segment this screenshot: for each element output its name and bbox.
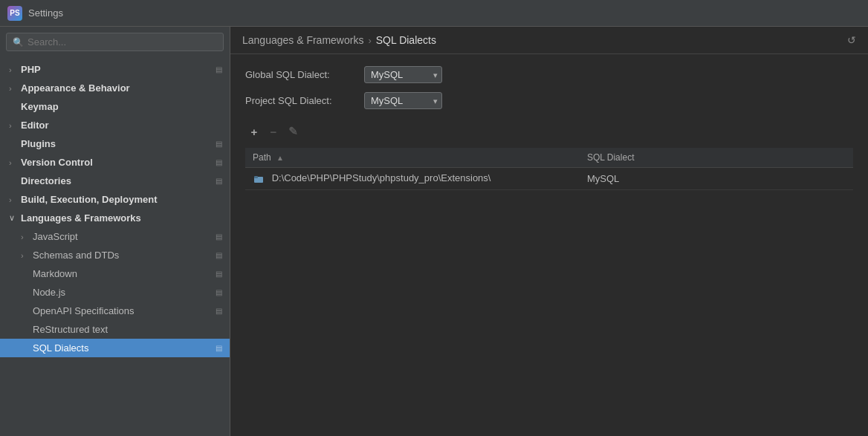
search-box[interactable]: 🔍 bbox=[6, 33, 224, 51]
sidebar-item-appearance[interactable]: › Appearance & Behavior bbox=[0, 79, 230, 97]
project-dialect-row: Project SQL Dialect: MySQL PostgreSQL SQ… bbox=[245, 92, 853, 109]
expand-icon bbox=[9, 177, 18, 186]
sidebar-item-label: Plugins bbox=[21, 138, 213, 149]
sidebar-item-label: Build, Execution, Deployment bbox=[21, 194, 224, 205]
content-area: Languages & Frameworks › SQL Dialects ↺ … bbox=[230, 27, 868, 436]
expand-icon bbox=[9, 140, 18, 149]
sidebar-item-label: SQL Dialects bbox=[33, 342, 213, 354]
expand-icon bbox=[21, 325, 30, 334]
sidebar-item-languages[interactable]: ∨ Languages & Frameworks bbox=[0, 209, 230, 227]
table-cell-dialect: MySQL bbox=[580, 168, 853, 190]
global-dialect-select-wrapper[interactable]: MySQL PostgreSQL SQLite Oracle TSQL bbox=[364, 66, 442, 83]
settings-icon: ▤ bbox=[213, 343, 224, 354]
app-title: Settings bbox=[28, 7, 63, 19]
expand-icon: › bbox=[9, 65, 18, 74]
search-input[interactable] bbox=[27, 36, 217, 48]
expand-icon bbox=[21, 344, 30, 353]
breadcrumb-parent: Languages & Frameworks bbox=[242, 34, 363, 46]
sidebar-item-label: Node.js bbox=[33, 287, 213, 298]
expand-icon: › bbox=[9, 84, 18, 93]
add-path-button[interactable]: + bbox=[245, 123, 263, 140]
path-table: Path ▲ SQL Dialect bbox=[245, 148, 853, 190]
sidebar-item-label: JavaScript bbox=[33, 231, 213, 242]
sidebar-item-javascript[interactable]: › JavaScript ▤ bbox=[0, 227, 230, 246]
settings-icon: ▤ bbox=[213, 65, 224, 75]
settings-content: Global SQL Dialect: MySQL PostgreSQL SQL… bbox=[230, 54, 868, 436]
sidebar-item-label: OpenAPI Specifications bbox=[33, 305, 213, 316]
sidebar-item-keymap[interactable]: Keymap bbox=[0, 97, 230, 116]
sidebar-item-label: Schemas and DTDs bbox=[33, 250, 213, 261]
sidebar: 🔍 › PHP ▤ › Appearance & Behavior Keymap bbox=[0, 27, 230, 436]
column-header-path[interactable]: Path ▲ bbox=[245, 148, 580, 168]
breadcrumb: Languages & Frameworks › SQL Dialects ↺ bbox=[230, 27, 868, 54]
restore-defaults-icon[interactable]: ↺ bbox=[847, 34, 856, 46]
settings-icon: ▤ bbox=[213, 139, 224, 149]
global-dialect-label: Global SQL Dialect: bbox=[245, 69, 364, 80]
sidebar-item-label: Editor bbox=[21, 120, 224, 131]
sidebar-item-schemas[interactable]: › Schemas and DTDs ▤ bbox=[0, 246, 230, 264]
settings-icon: ▤ bbox=[213, 157, 224, 168]
expand-icon bbox=[21, 270, 30, 279]
sidebar-item-plugins[interactable]: Plugins ▤ bbox=[0, 134, 230, 153]
sidebar-item-php[interactable]: › PHP ▤ bbox=[0, 60, 230, 79]
project-dialect-label: Project SQL Dialect: bbox=[245, 95, 364, 106]
svg-rect-1 bbox=[254, 176, 258, 178]
breadcrumb-separator: › bbox=[368, 35, 371, 46]
edit-path-button[interactable]: ✎ bbox=[284, 123, 302, 140]
settings-icon: ▤ bbox=[213, 306, 224, 316]
expand-icon: › bbox=[9, 121, 18, 130]
sidebar-item-label: Markdown bbox=[33, 268, 213, 279]
sidebar-list: › PHP ▤ › Appearance & Behavior Keymap ›… bbox=[0, 57, 230, 436]
table-row[interactable]: D:\Code\PHP\PHPStudy\phpstudy_pro\Extens… bbox=[245, 168, 853, 190]
sidebar-item-label: Appearance & Behavior bbox=[21, 82, 224, 94]
project-dialect-select-wrapper[interactable]: MySQL PostgreSQL SQLite Oracle TSQL bbox=[364, 92, 442, 109]
settings-icon: ▤ bbox=[213, 176, 224, 186]
global-dialect-row: Global SQL Dialect: MySQL PostgreSQL SQL… bbox=[245, 66, 853, 83]
sort-arrow-icon: ▲ bbox=[276, 154, 284, 162]
sidebar-item-editor[interactable]: › Editor bbox=[0, 116, 230, 134]
expand-icon bbox=[21, 288, 30, 297]
sidebar-item-label: ReStructured text bbox=[33, 324, 224, 335]
sidebar-item-label: Version Control bbox=[21, 157, 213, 168]
sidebar-item-label: Directories bbox=[21, 175, 213, 186]
sidebar-item-label: PHP bbox=[21, 64, 213, 75]
global-dialect-select[interactable]: MySQL PostgreSQL SQLite Oracle TSQL bbox=[364, 66, 442, 83]
main-layout: 🔍 › PHP ▤ › Appearance & Behavior Keymap bbox=[0, 27, 868, 436]
sidebar-item-sql-dialects[interactable]: SQL Dialects ▤ bbox=[0, 339, 230, 357]
project-dialect-select[interactable]: MySQL PostgreSQL SQLite Oracle TSQL bbox=[364, 92, 442, 109]
sidebar-item-nodejs[interactable]: Node.js ▤ bbox=[0, 283, 230, 302]
breadcrumb-current: SQL Dialects bbox=[376, 34, 436, 46]
folder-icon bbox=[253, 173, 265, 185]
sidebar-item-markdown[interactable]: Markdown ▤ bbox=[0, 264, 230, 283]
path-toolbar: + − ✎ bbox=[245, 118, 853, 145]
sidebar-item-label: Keymap bbox=[21, 101, 224, 112]
expand-icon bbox=[21, 307, 30, 316]
expand-icon: › bbox=[21, 251, 30, 260]
settings-icon: ▤ bbox=[213, 269, 224, 279]
table-cell-path: D:\Code\PHP\PHPStudy\phpstudy_pro\Extens… bbox=[245, 168, 580, 190]
column-header-dialect[interactable]: SQL Dialect bbox=[580, 148, 853, 168]
sidebar-item-version-control[interactable]: › Version Control ▤ bbox=[0, 153, 230, 172]
settings-icon: ▤ bbox=[213, 250, 224, 261]
sidebar-item-build[interactable]: › Build, Execution, Deployment bbox=[0, 190, 230, 209]
search-icon: 🔍 bbox=[13, 37, 24, 48]
expand-icon bbox=[9, 103, 18, 111]
app-icon: PS bbox=[7, 6, 22, 21]
settings-icon: ▤ bbox=[213, 232, 224, 242]
sidebar-item-restructured[interactable]: ReStructured text bbox=[0, 320, 230, 339]
expand-icon: › bbox=[9, 158, 18, 167]
expand-icon: › bbox=[21, 232, 30, 241]
sidebar-item-label: Languages & Frameworks bbox=[21, 212, 224, 224]
sidebar-item-openapi[interactable]: OpenAPI Specifications ▤ bbox=[0, 302, 230, 320]
expand-icon: › bbox=[9, 195, 18, 204]
settings-icon: ▤ bbox=[213, 287, 224, 298]
sidebar-item-directories[interactable]: Directories ▤ bbox=[0, 172, 230, 190]
title-bar: PS Settings bbox=[0, 0, 868, 27]
remove-path-button[interactable]: − bbox=[265, 123, 282, 140]
expand-icon: ∨ bbox=[9, 213, 18, 223]
